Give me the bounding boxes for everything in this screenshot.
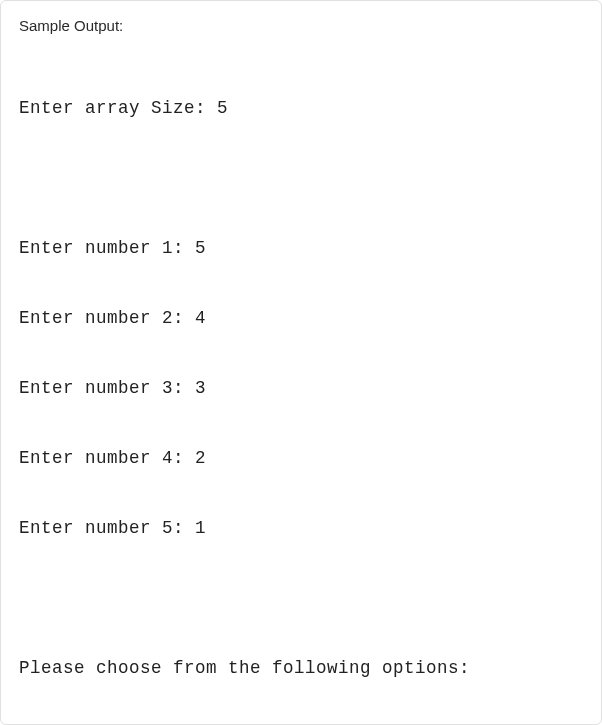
line-blank [19,581,583,616]
line-enter-1: Enter number 1: 5 [19,231,583,266]
line-array-size: Enter array Size: 5 [19,91,583,126]
line-enter-3: Enter number 3: 3 [19,371,583,406]
output-block: Enter array Size: 5 Enter number 1: 5 En… [19,56,583,725]
line-enter-5: Enter number 5: 1 [19,511,583,546]
line-choose-prompt: Please choose from the following options… [19,651,583,686]
line-enter-4: Enter number 4: 2 [19,441,583,476]
line-blank [19,161,583,196]
line-enter-2: Enter number 2: 4 [19,301,583,336]
line-blank [19,721,583,725]
sample-output-heading: Sample Output: [19,17,583,34]
